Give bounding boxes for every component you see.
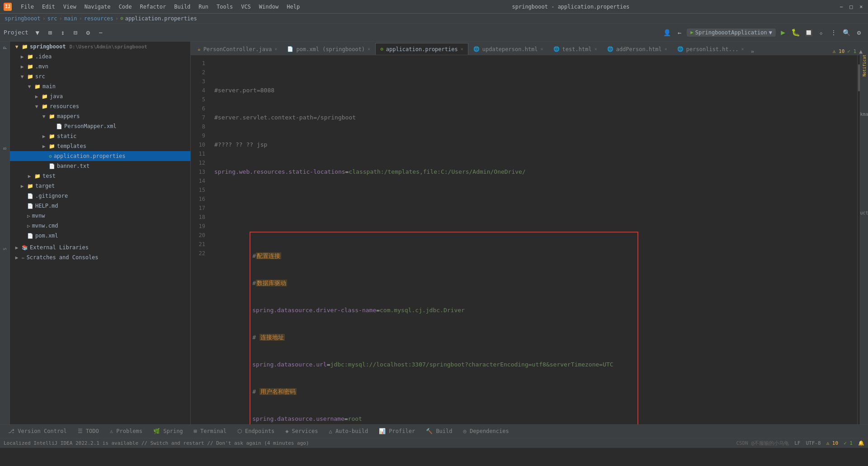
menu-navigate[interactable]: Navigate	[81, 3, 114, 11]
editor-expand-btn[interactable]: ▲	[859, 48, 863, 55]
back-btn[interactable]: ←	[674, 27, 685, 38]
menu-window[interactable]: Window	[255, 3, 282, 11]
run-button[interactable]: ▶	[778, 27, 788, 38]
tab-spring[interactable]: 🌿 Spring	[149, 427, 188, 436]
crumb-main[interactable]: main	[64, 15, 77, 22]
menu-build[interactable]: Build	[170, 3, 194, 11]
tab-close-addPerson[interactable]: ×	[665, 47, 667, 52]
menu-file[interactable]: File	[17, 3, 38, 11]
tab-pom[interactable]: 📄 pom.xml (springbooot) ×	[282, 43, 375, 55]
menu-refactor[interactable]: Refactor	[136, 3, 170, 11]
tab-close-application[interactable]: ×	[461, 47, 463, 52]
editor-content[interactable]: 12345 678910 1112131415 1617181920 2122 …	[191, 55, 868, 424]
debug-button[interactable]: 🐛	[790, 27, 801, 38]
tab-version-control[interactable]: ⎇ Version Control	[4, 427, 71, 436]
tree-application-properties[interactable]: ⚙ application.properties	[10, 151, 190, 161]
tree-personmapper[interactable]: 📄 PersonMapper.xml	[10, 121, 190, 131]
scope-btn[interactable]: ⊞	[45, 27, 56, 38]
scroll-from-source-btn[interactable]: ↕	[57, 27, 68, 38]
tab-close-test[interactable]: ×	[594, 47, 597, 52]
crumb-resources[interactable]: resources	[84, 15, 113, 22]
tree-banner[interactable]: 📄 banner.txt	[10, 161, 190, 171]
tab-close-updateperson[interactable]: ×	[541, 47, 543, 52]
tab-terminal[interactable]: ⊞ Terminal	[189, 427, 231, 436]
tree-resources[interactable]: ▼ 📁 resources	[10, 101, 190, 111]
tab-close-personlist[interactable]: ×	[741, 47, 744, 52]
menu-tools[interactable]: Tools	[213, 3, 236, 11]
profile-btn[interactable]: ⬦	[816, 27, 826, 38]
tree-src[interactable]: ▼ 📁 src	[10, 71, 190, 81]
tab-test[interactable]: 🌐 test.html ×	[548, 43, 602, 55]
run-config-selector[interactable]: ▶ SpringboootApplication ▼	[687, 29, 776, 37]
more-run-btn[interactable]: ⋮	[828, 27, 839, 38]
structure-icon[interactable]: S	[0, 244, 9, 253]
tab-close-PersonController[interactable]: ×	[274, 47, 277, 52]
tab-addPerson[interactable]: 🌐 addPerson.html ×	[602, 43, 672, 55]
tree-idea[interactable]: ▶ 📁 .idea	[10, 52, 190, 62]
menu-help[interactable]: Help	[283, 3, 303, 11]
close-button[interactable]: ×	[858, 4, 864, 10]
user-icon[interactable]: 👤	[661, 27, 672, 38]
run-config-dropdown-icon: ▼	[769, 29, 772, 36]
tree-gitignore[interactable]: 📄 .gitignore	[10, 191, 190, 201]
settings-btn[interactable]: ⚙	[83, 27, 94, 38]
tab-PersonController[interactable]: ☕ PersonController.java ×	[193, 43, 282, 55]
tab-profiler[interactable]: 📊 Profiler	[374, 427, 420, 436]
bookmarks-icon[interactable]: B	[0, 144, 9, 153]
coverage-btn[interactable]: 🔲	[803, 27, 814, 38]
menu-edit[interactable]: Edit	[38, 3, 59, 11]
more-tabs-btn[interactable]: »	[750, 48, 754, 55]
search-everywhere-btn[interactable]: 🔍	[841, 27, 852, 38]
tab-updateperson[interactable]: 🌐 updateperson.html ×	[468, 43, 548, 55]
tab-endpoints[interactable]: ⬡ Endpoints	[233, 427, 279, 436]
tree-mvn[interactable]: ▶ 📁 .mvn	[10, 62, 190, 71]
hide-panel-btn[interactable]: −	[95, 27, 106, 38]
tab-close-pom[interactable]: ×	[368, 47, 370, 52]
collapse-all-btn[interactable]: ⊟	[70, 27, 81, 38]
maximize-button[interactable]: □	[848, 4, 854, 10]
tree-static[interactable]: ▶ 📁 static	[10, 131, 190, 141]
tab-application[interactable]: ⚙ application.properties ×	[375, 43, 468, 55]
tab-auto-build[interactable]: △ Auto-build	[324, 427, 373, 436]
notification-icon[interactable]: Notifications	[861, 57, 868, 64]
tab-build[interactable]: 🔨 Build	[421, 427, 457, 436]
structure-side-icon[interactable]: Structure	[861, 209, 868, 216]
project-icon[interactable]: P	[0, 43, 9, 52]
tree-mappers[interactable]: ▼ 📁 mappers	[10, 111, 190, 121]
encoding-indicator[interactable]: UTF-8	[806, 440, 821, 446]
tree-main[interactable]: ▼ 📁 main	[10, 81, 190, 91]
status-message[interactable]: Localized IntelliJ IDEA 2022.2.1 is avai…	[4, 440, 309, 446]
menu-code[interactable]: Code	[115, 3, 136, 11]
tree-root[interactable]: ▼ 📁 springbooot D:\Users\Admin\springboo…	[10, 42, 190, 52]
tab-todo[interactable]: ☰ TODO	[73, 427, 104, 436]
line-separator[interactable]: LF	[794, 440, 800, 446]
menu-view[interactable]: View	[60, 3, 80, 11]
ok-count[interactable]: ✓ 1	[844, 440, 853, 446]
warnings-count[interactable]: ⚠ 10	[826, 440, 839, 446]
menu-run[interactable]: Run	[195, 3, 212, 11]
code-editor[interactable]: #server.port=8088 #server.servlet.contex…	[209, 55, 857, 424]
minimize-button[interactable]: −	[838, 4, 844, 10]
tree-scratches[interactable]: ▶ ✏ Scratches and Consoles	[10, 252, 190, 262]
crumb-springbooot[interactable]: springbooot	[5, 15, 40, 22]
tree-target[interactable]: ▶ 📁 target	[10, 181, 190, 191]
tree-test[interactable]: ▶ 📁 test	[10, 171, 190, 181]
tab-services[interactable]: ◈ Services	[281, 427, 322, 436]
tab-personlist[interactable]: 🌐 personlist.ht... ×	[672, 43, 749, 55]
project-dropdown[interactable]: ▼	[32, 27, 43, 38]
tree-mvnw-cmd[interactable]: ▷ mvnw.cmd	[10, 221, 190, 231]
tree-java[interactable]: ▶ 📁 java	[10, 91, 190, 101]
menu-vcs[interactable]: VCS	[237, 3, 255, 11]
tab-problems[interactable]: ⚠ Problems	[105, 427, 147, 436]
tree-help[interactable]: 📄 HELP.md	[10, 201, 190, 211]
tree-pom[interactable]: 📄 pom.xml	[10, 231, 190, 241]
tree-mvnw[interactable]: ▷ mvnw	[10, 211, 190, 221]
tree-external-libs[interactable]: ▶ 📚 External Libraries	[10, 243, 190, 252]
mini-scrollbar[interactable]	[857, 55, 860, 424]
settings-main-btn[interactable]: ⚙	[854, 27, 864, 38]
tree-templates[interactable]: ▶ 📁 templates	[10, 141, 190, 151]
notifications-btn[interactable]: 🔔	[858, 440, 864, 446]
tab-dependencies[interactable]: ◎ Dependencies	[459, 427, 514, 436]
bookmarks-side-icon[interactable]: Bookmarks	[861, 110, 868, 118]
crumb-src[interactable]: src	[47, 15, 57, 22]
